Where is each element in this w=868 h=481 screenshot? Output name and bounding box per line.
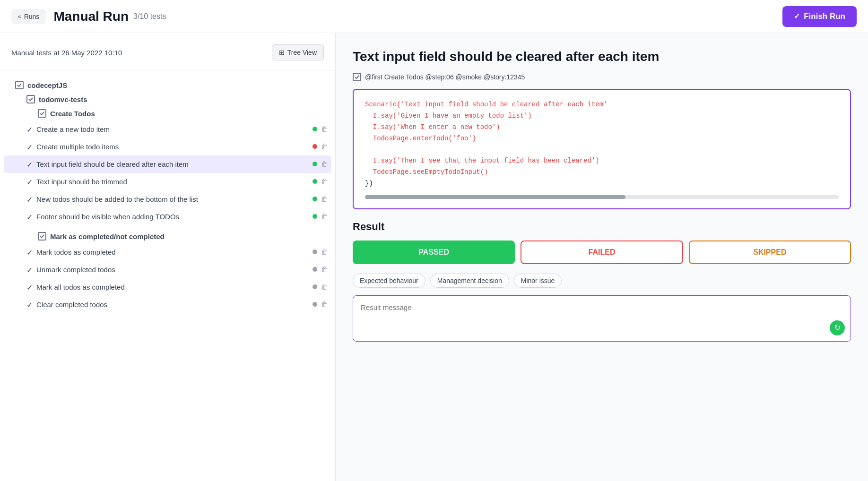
test-item[interactable]: ✓ Create a new todo item 🗑	[4, 120, 331, 138]
finish-run-label: Finish Run	[804, 12, 845, 21]
test-checkmark-icon: ✓	[26, 125, 33, 134]
test-actions: 🗑	[312, 283, 328, 291]
skipped-button[interactable]: SKIPPED	[689, 240, 851, 264]
passed-button[interactable]: PASSED	[353, 240, 515, 264]
test-item[interactable]: ✓ Footer should be visible when adding T…	[4, 208, 331, 225]
status-dot	[312, 214, 317, 219]
test-actions: 🗑	[312, 248, 328, 256]
delete-icon[interactable]: 🗑	[321, 248, 328, 256]
group-codeceptjs-checkbox[interactable]	[15, 81, 24, 89]
test-item[interactable]: ✓ Create multiple todo items 🗑	[4, 138, 331, 155]
status-dot	[312, 127, 317, 131]
result-tags-row: Expected behaviour Management decision M…	[353, 274, 851, 288]
tree-view-button[interactable]: ⊞ Tree View	[272, 44, 324, 60]
test-actions: 🗑	[312, 301, 328, 308]
left-panel-header: Manual tests at 26 May 2022 10:10 ⊞ Tree…	[0, 44, 335, 70]
test-checkmark-icon: ✓	[26, 266, 33, 275]
right-panel: Text input field should be cleared after…	[336, 33, 868, 481]
chevron-left-icon: «	[18, 13, 21, 20]
test-label: Text input should be trimmed	[36, 177, 309, 187]
group-codeceptjs-label: codeceptJS	[27, 81, 328, 89]
test-actions: 🗑	[312, 178, 328, 185]
code-line-2: I.say('Given I have an empty todo list')	[365, 111, 839, 122]
delete-icon[interactable]: 🗑	[321, 125, 328, 133]
delete-icon[interactable]: 🗑	[321, 266, 328, 273]
test-item[interactable]: ✓ Mark todos as completed 🗑	[4, 243, 331, 261]
test-count: 3/10 tests	[133, 12, 166, 21]
result-section-title: Result	[353, 221, 851, 233]
test-item[interactable]: ✓ Mark all todos as completed 🗑	[4, 278, 331, 296]
tag-management-decision[interactable]: Management decision	[430, 274, 509, 288]
test-actions: 🗑	[312, 195, 328, 203]
test-item[interactable]: ✓ Clear completed todos 🗑	[4, 296, 331, 313]
test-label: Create multiple todo items	[36, 142, 309, 152]
group-todomvc[interactable]: todomvc-tests	[4, 92, 331, 106]
test-tags-row: @first Create Todos @step:06 @smoke @sto…	[353, 73, 851, 81]
test-item[interactable]: ✓ New todos should be added to the botto…	[4, 190, 331, 208]
tag-checkbox	[353, 73, 361, 81]
delete-icon[interactable]: 🗑	[321, 301, 328, 308]
test-label: Mark all todos as completed	[36, 282, 309, 292]
test-checkmark-icon: ✓	[26, 283, 33, 292]
test-checkmark-icon: ✓	[26, 213, 33, 222]
status-dot	[312, 144, 317, 149]
tag-expected-behaviour[interactable]: Expected behaviour	[353, 274, 425, 288]
test-item[interactable]: ✓ Text input should be trimmed 🗑	[4, 173, 331, 190]
test-detail-title: Text input field should be cleared after…	[353, 48, 851, 65]
code-line-7: TodosPage.seeEmptyTodoInput()	[365, 167, 839, 178]
delete-icon[interactable]: 🗑	[321, 213, 328, 220]
code-block: Scenario('Text input field should be cle…	[353, 89, 851, 209]
test-checkmark-icon: ✓	[26, 301, 33, 309]
check-icon: ✓	[794, 12, 800, 21]
runs-button[interactable]: « Runs	[11, 9, 46, 24]
delete-icon[interactable]: 🗑	[321, 195, 328, 203]
test-checkmark-icon: ✓	[26, 143, 33, 152]
header: « Runs Manual Run 3/10 tests ✓ Finish Ru…	[0, 0, 868, 33]
finish-run-button[interactable]: ✓ Finish Run	[782, 6, 857, 27]
group-create-todos[interactable]: Create Todos	[4, 106, 331, 120]
group-mark-completed[interactable]: Mark as completed/not completed	[4, 229, 331, 243]
test-tree: codeceptJS todomvc-tests Create Todos	[0, 78, 335, 313]
status-dot	[312, 302, 317, 307]
code-line-1: Scenario('Text input field should be cle…	[365, 99, 839, 111]
main-content: Manual tests at 26 May 2022 10:10 ⊞ Tree…	[0, 33, 868, 481]
status-dot	[312, 249, 317, 254]
group-mark-checkbox[interactable]	[38, 232, 46, 240]
tag-minor-issue[interactable]: Minor issue	[514, 274, 562, 288]
code-line-8: })	[365, 178, 839, 189]
group-codeceptjs[interactable]: codeceptJS	[4, 78, 331, 92]
test-item-active[interactable]: ✓ Text input field should be cleared aft…	[4, 155, 331, 173]
left-panel: Manual tests at 26 May 2022 10:10 ⊞ Tree…	[0, 33, 336, 481]
delete-icon[interactable]: 🗑	[321, 178, 328, 185]
result-message-area: ↻	[353, 295, 851, 342]
test-label: Unmark completed todos	[36, 265, 309, 275]
page-title: Manual Run	[53, 9, 129, 24]
code-line-4: TodosPage.enterTodo('foo')	[365, 133, 839, 145]
status-dot	[312, 267, 317, 272]
delete-icon[interactable]: 🗑	[321, 143, 328, 150]
refresh-button[interactable]: ↻	[830, 320, 845, 335]
test-checkmark-icon: ✓	[26, 195, 33, 204]
tree-icon: ⊞	[279, 49, 285, 56]
test-label: Footer should be visible when adding TOD…	[36, 212, 309, 222]
code-scrollbar-thumb	[365, 195, 625, 199]
tree-view-label: Tree View	[287, 49, 317, 56]
delete-icon[interactable]: 🗑	[321, 160, 328, 168]
test-item[interactable]: ✓ Unmark completed todos 🗑	[4, 261, 331, 278]
status-dot	[312, 284, 317, 289]
result-message-input[interactable]	[361, 303, 843, 332]
group-create-todos-checkbox[interactable]	[38, 109, 46, 118]
failed-button[interactable]: FAILED	[521, 240, 683, 264]
test-actions: 🗑	[312, 213, 328, 220]
test-label: Mark todos as completed	[36, 247, 309, 257]
test-actions: 🗑	[312, 160, 328, 168]
code-scrollbar[interactable]	[365, 195, 839, 199]
test-checkmark-icon: ✓	[26, 178, 33, 187]
test-actions: 🗑	[312, 143, 328, 150]
tags-text: @first Create Todos @step:06 @smoke @sto…	[365, 73, 525, 81]
test-label: Create a new todo item	[36, 124, 309, 134]
delete-icon[interactable]: 🗑	[321, 283, 328, 291]
group-todomvc-label: todomvc-tests	[39, 95, 328, 103]
result-buttons-row: PASSED FAILED SKIPPED	[353, 240, 851, 264]
group-todomvc-checkbox[interactable]	[26, 95, 35, 103]
